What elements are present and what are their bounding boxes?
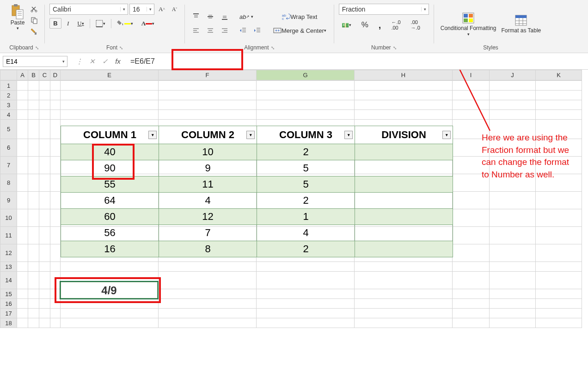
cell[interactable] <box>50 227 61 244</box>
table-cell[interactable] <box>355 176 453 193</box>
cell[interactable] <box>453 227 490 244</box>
cell[interactable] <box>257 100 355 110</box>
cut-button[interactable] <box>29 5 40 14</box>
cell[interactable] <box>17 299 28 309</box>
cell[interactable] <box>50 309 61 318</box>
cell[interactable] <box>39 192 50 209</box>
cell[interactable] <box>355 309 453 318</box>
cell[interactable] <box>28 192 39 209</box>
cell[interactable] <box>536 244 582 262</box>
cell[interactable] <box>50 139 61 157</box>
filter-button[interactable]: ▾ <box>148 131 157 139</box>
cell[interactable] <box>39 100 50 110</box>
row-head-18[interactable]: 18 <box>0 318 17 328</box>
row-head-14[interactable]: 14 <box>0 272 17 289</box>
cell[interactable] <box>28 174 39 192</box>
cell[interactable] <box>39 262 50 272</box>
cell[interactable] <box>536 227 582 244</box>
cell[interactable] <box>17 209 28 227</box>
cell[interactable] <box>536 289 582 299</box>
filter-button[interactable]: ▾ <box>344 131 353 139</box>
cell[interactable] <box>17 81 28 91</box>
table-cell[interactable]: 55 <box>61 176 159 193</box>
cell[interactable] <box>39 227 50 244</box>
cell[interactable] <box>453 192 490 209</box>
cell[interactable] <box>28 244 39 262</box>
table-cell[interactable]: 56 <box>61 225 159 241</box>
row-head-8[interactable]: 8 <box>0 174 17 192</box>
cell[interactable] <box>39 309 50 318</box>
cell[interactable] <box>453 244 490 262</box>
paste-button[interactable]: Paste ▾ <box>8 4 27 31</box>
font-launcher[interactable]: ⤡ <box>119 45 123 50</box>
row-head-1[interactable]: 1 <box>0 81 17 91</box>
accounting-format-button[interactable]: 💵▾ <box>339 20 354 30</box>
cell[interactable] <box>257 91 355 100</box>
cell[interactable] <box>490 272 536 289</box>
row-head-4[interactable]: 4 <box>0 110 17 120</box>
cell[interactable] <box>28 289 39 299</box>
row-head-5[interactable]: 5 <box>0 120 17 139</box>
cell[interactable] <box>50 299 61 309</box>
cell[interactable] <box>17 262 28 272</box>
cell[interactable] <box>61 318 159 328</box>
cell[interactable] <box>453 318 490 328</box>
table-cell[interactable]: 5 <box>257 160 355 176</box>
cell[interactable] <box>17 157 28 174</box>
data-table[interactable]: COLUMN 1▾COLUMN 2▾COLUMN 3▾DIVISION▾ 401… <box>61 126 453 257</box>
cell[interactable] <box>39 157 50 174</box>
table-cell[interactable] <box>355 209 453 225</box>
cell[interactable] <box>28 110 39 120</box>
cell[interactable] <box>355 110 453 120</box>
cell[interactable] <box>257 299 355 309</box>
cell[interactable] <box>159 81 257 91</box>
increase-decimal-button[interactable]: ←.0.00 <box>388 18 403 32</box>
fx-button[interactable]: fx <box>112 55 124 67</box>
cell[interactable] <box>159 299 257 309</box>
alignment-launcher[interactable]: ⤡ <box>271 45 275 50</box>
cell[interactable] <box>61 262 159 272</box>
cell[interactable] <box>453 100 490 110</box>
decrease-indent-button[interactable] <box>237 25 250 36</box>
col-head-J[interactable]: J <box>490 70 536 80</box>
number-format-dropdown[interactable]: Fraction ▾ <box>339 4 429 15</box>
formula-input[interactable]: =E6/E7 <box>127 55 588 67</box>
row-head-2[interactable]: 2 <box>0 91 17 100</box>
table-cell[interactable]: 10 <box>159 144 257 160</box>
cell[interactable] <box>490 318 536 328</box>
font-size-dropdown[interactable]: 16 ▾ <box>129 4 154 15</box>
col-head-A[interactable]: A <box>17 70 28 80</box>
cell[interactable] <box>490 100 536 110</box>
merge-center-button[interactable]: Merge & Center ▾ <box>270 25 329 36</box>
cell[interactable] <box>453 289 490 299</box>
col-head-I[interactable]: I <box>453 70 490 80</box>
cell[interactable] <box>39 272 50 289</box>
cell[interactable] <box>490 227 536 244</box>
cell[interactable] <box>536 91 582 100</box>
col-head-H[interactable]: H <box>355 70 453 80</box>
cell[interactable] <box>61 110 159 120</box>
cell[interactable] <box>39 81 50 91</box>
wrap-text-button[interactable]: abc Wrap Text <box>270 11 329 22</box>
row-head-17[interactable]: 17 <box>0 309 17 318</box>
table-cell[interactable]: 40 <box>61 144 159 160</box>
cell[interactable] <box>50 174 61 192</box>
cell[interactable] <box>490 262 536 272</box>
cell[interactable] <box>453 110 490 120</box>
cell[interactable] <box>28 309 39 318</box>
table-cell[interactable]: 11 <box>159 176 257 193</box>
table-cell[interactable] <box>355 225 453 241</box>
cell[interactable] <box>159 91 257 100</box>
cell[interactable] <box>355 81 453 91</box>
conditional-formatting-button[interactable]: Conditional Formatting ▾ <box>439 10 498 37</box>
cell[interactable] <box>28 120 39 139</box>
cell[interactable] <box>355 299 453 309</box>
col-head-K[interactable]: K <box>536 70 582 80</box>
table-cell[interactable] <box>355 193 453 209</box>
cell[interactable] <box>17 289 28 299</box>
cell[interactable] <box>50 318 61 328</box>
cell[interactable] <box>257 110 355 120</box>
cell[interactable] <box>355 100 453 110</box>
cell[interactable] <box>453 262 490 272</box>
cell[interactable] <box>28 157 39 174</box>
